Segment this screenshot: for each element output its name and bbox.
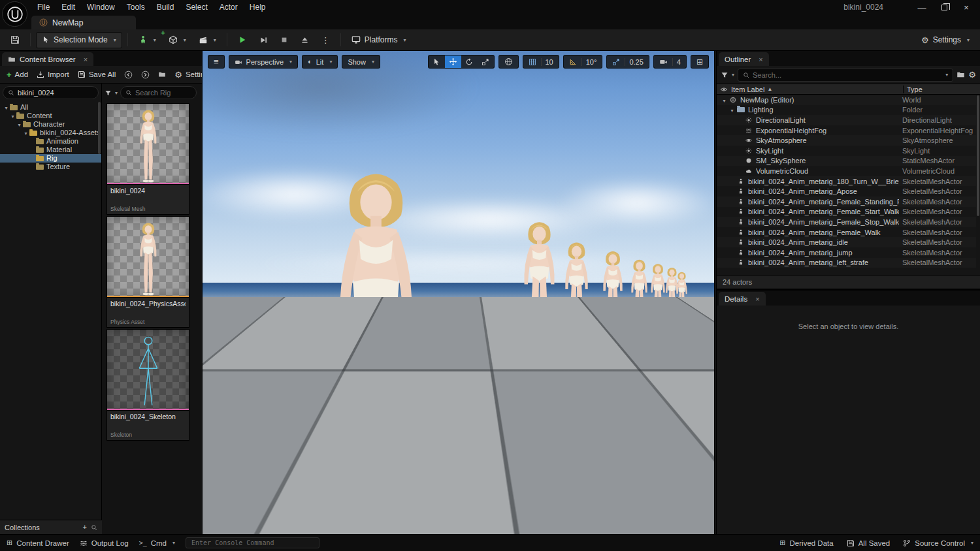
select-tool-button[interactable] <box>429 55 445 68</box>
outliner-row-anim-stopwalking[interactable]: bikini_0024_Anim_metarig_Female_Stop_Wal… <box>717 217 976 227</box>
tab-newmap[interactable]: NewMap <box>31 16 136 29</box>
output-log-button[interactable]: Output Log <box>80 539 129 547</box>
outliner-row-heightfog[interactable]: ExponentialHeightFogExponentialHeightFog <box>717 125 976 136</box>
outliner-settings-button[interactable]: ⚙ <box>968 71 976 79</box>
chevron-down-icon[interactable] <box>16 120 23 129</box>
choose-path-button[interactable] <box>155 67 169 82</box>
cinematics-button[interactable] <box>193 32 221 48</box>
view-mode-dropdown[interactable]: ◐ Lit <box>302 55 338 69</box>
menu-select[interactable]: Select <box>180 0 213 14</box>
character-model[interactable] <box>672 271 691 321</box>
tree-item-texture[interactable]: Texture <box>0 163 101 171</box>
outliner-row-volumetriccloud[interactable]: VolumetricCloudVolumetricCloud <box>717 166 976 176</box>
outliner-row-anim-idle[interactable]: bikini_0024_Anim_metarig_idleSkeletalMes… <box>717 237 976 247</box>
chevron-down-icon[interactable] <box>22 129 29 138</box>
menu-build[interactable]: Build <box>151 0 180 14</box>
tree-item-character[interactable]: Character <box>0 120 101 129</box>
selection-mode-dropdown[interactable]: Selection Mode <box>36 32 122 48</box>
outliner-row-skylight[interactable]: SkyLightSkyLight <box>717 146 976 156</box>
new-folder-button[interactable] <box>956 71 965 79</box>
chevron-down-icon[interactable] <box>721 96 728 104</box>
chevron-down-icon[interactable] <box>3 103 10 112</box>
tree-item-assets[interactable]: bikini_0024-Assets <box>0 129 101 137</box>
outliner-row-skyatmosphere[interactable]: SkyAtmosphereSkyAtmosphere <box>717 135 976 146</box>
character-model[interactable] <box>313 166 439 503</box>
asset-tile-skeletalmesh[interactable]: bikini_0024 Skeletal Mesh <box>106 103 189 215</box>
visibility-column-header[interactable] <box>717 86 731 93</box>
chevron-down-icon[interactable] <box>9 112 16 121</box>
save-button[interactable] <box>5 32 25 48</box>
path-search-input[interactable]: bikini_0024 <box>3 86 99 99</box>
outliner-row-anim-startwalking[interactable]: bikini_0024_Anim_metarig_Female_Start_Wa… <box>717 207 976 217</box>
rotation-snap-control[interactable]: 10° <box>563 55 603 69</box>
source-control-button[interactable]: Source Control <box>903 539 973 547</box>
blueprints-button[interactable] <box>163 32 191 48</box>
asset-tile-physicsasset[interactable]: bikini_0024_PhysicsAsset Physics Asset <box>106 216 189 328</box>
save-all-button[interactable]: Save All <box>74 67 120 82</box>
chevron-down-icon[interactable] <box>728 106 736 114</box>
asset-tile-skeleton[interactable]: bikini_0024_Skeleton Skeleton <box>106 329 189 441</box>
menu-edit[interactable]: Edit <box>56 0 81 14</box>
menu-file[interactable]: File <box>31 0 56 14</box>
add-actor-button[interactable]: + <box>133 32 161 48</box>
platforms-dropdown[interactable]: Platforms <box>346 32 412 48</box>
tree-scrollbar[interactable] <box>98 102 101 154</box>
eject-button[interactable] <box>295 32 314 48</box>
content-drawer-button[interactable]: ⊞ Content Drawer <box>7 539 69 547</box>
world-local-toggle[interactable] <box>498 55 519 69</box>
restore-button[interactable] <box>933 0 955 14</box>
play-options-kebab[interactable]: ⋮ <box>316 32 335 48</box>
scale-tool-button[interactable] <box>478 55 494 68</box>
console-command-input[interactable]: Enter Console Command <box>186 537 319 548</box>
outliner-row-newmap[interactable]: NewMap (Editor)World <box>717 95 976 105</box>
minimize-button[interactable]: — <box>911 0 933 14</box>
all-saved-button[interactable]: All Saved <box>847 539 890 547</box>
collections-bar[interactable]: Collections + <box>0 520 102 534</box>
outliner-row-anim-jump[interactable]: bikini_0024_Anim_metarig_jumpSkeletalMes… <box>717 247 976 258</box>
derived-data-button[interactable]: ⊞ Derived Data <box>779 539 833 547</box>
unreal-logo[interactable] <box>2 1 27 27</box>
filters-button[interactable] <box>105 89 118 97</box>
menu-tools[interactable]: Tools <box>121 0 151 14</box>
grid-snap-control[interactable]: 10 <box>523 55 559 69</box>
menu-window[interactable]: Window <box>81 0 121 14</box>
play-button[interactable] <box>233 32 252 48</box>
show-dropdown[interactable]: Show <box>342 55 380 69</box>
tree-item-animation[interactable]: Animation <box>0 137 101 146</box>
outliner-row-anim-leftstrafe[interactable]: bikini_0024_Anim_metarig_left_strafeSkel… <box>717 258 976 268</box>
item-label-column-header[interactable]: Item Label ▲ <box>731 86 903 93</box>
asset-search-input[interactable]: Search Rig <box>120 86 197 99</box>
viewport[interactable]: ≡ Perspective ◐ Lit Show 10 <box>203 51 714 534</box>
outliner-row-directionallight[interactable]: DirectionalLightDirectionalLight <box>717 115 976 125</box>
character-model[interactable] <box>557 240 596 346</box>
menu-help[interactable]: Help <box>244 0 272 14</box>
details-tab[interactable]: Details <box>719 292 766 306</box>
rotate-tool-button[interactable] <box>461 55 478 68</box>
outliner-search-input[interactable]: Search... <box>738 69 953 82</box>
outliner-column-header[interactable]: Item Label ▲ Type <box>717 84 980 95</box>
tree-item-content[interactable]: Content <box>0 112 101 120</box>
close-button[interactable]: × <box>955 0 977 14</box>
settings-dropdown[interactable]: ⚙ Settings <box>916 32 975 48</box>
viewport-options-button[interactable]: ≡ <box>208 55 225 69</box>
perspective-dropdown[interactable]: Perspective <box>229 55 299 69</box>
add-asset-button[interactable]: +Add <box>3 67 31 82</box>
camera-speed-control[interactable]: 4 <box>653 55 687 69</box>
outliner-row-anim-180turn[interactable]: bikini_0024_Anim_metarig_180_Turn_W__Bri… <box>717 176 976 187</box>
outliner-row-anim-walk[interactable]: bikini_0024_Anim_metarig_Female_WalkSkel… <box>717 227 976 238</box>
tree-item-material[interactable]: Material <box>0 146 101 154</box>
tree-item-rig[interactable]: Rig <box>0 154 101 163</box>
back-button[interactable] <box>121 67 136 82</box>
move-tool-button[interactable] <box>445 55 461 68</box>
outliner-row-anim-standingpose[interactable]: bikini_0024_Anim_metarig_Female_Standing… <box>717 197 976 207</box>
outliner-row-lighting[interactable]: LightingFolder <box>717 105 976 116</box>
stop-button[interactable] <box>275 32 293 48</box>
search-icon[interactable] <box>91 524 97 531</box>
import-button[interactable]: Import <box>33 67 73 82</box>
forward-button[interactable] <box>138 67 153 82</box>
tree-item-all[interactable]: All <box>0 103 101 112</box>
outliner-row-anim-apose[interactable]: bikini_0024_Anim_metarig_AposeSkeletalMe… <box>717 186 976 197</box>
content-browser-settings-button[interactable]: ⚙Settings <box>171 67 202 82</box>
content-browser-tab[interactable]: Content Browser <box>2 52 93 66</box>
skip-frame-button[interactable] <box>254 32 273 48</box>
